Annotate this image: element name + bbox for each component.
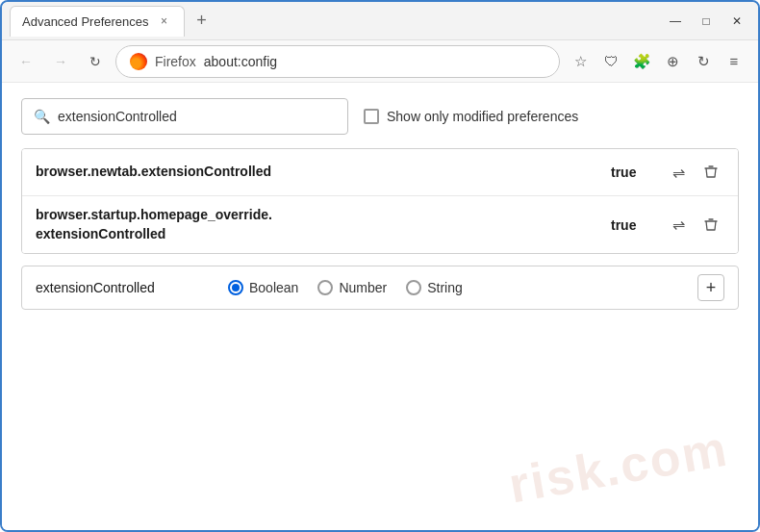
tab-title: Advanced Preferences [22,14,149,29]
string-radio[interactable] [406,280,421,295]
add-preference-button[interactable]: + [697,274,724,301]
modified-only-label: Show only modified preferences [387,109,578,124]
string-label: String [427,280,463,295]
sync-icon[interactable]: ↻ [689,47,718,76]
new-tab-button[interactable]: + [189,8,215,35]
firefox-logo-icon [130,53,147,70]
search-row: 🔍 Show only modified preferences [21,98,739,135]
boolean-radio-label[interactable]: Boolean [228,280,298,295]
maximize-button[interactable]: □ [693,8,720,35]
menu-icon[interactable]: ≡ [720,47,748,76]
extension-icon[interactable]: 🧩 [627,47,656,76]
minimize-button[interactable]: — [662,8,689,35]
browser-name: Firefox [155,54,196,69]
modified-only-checkbox[interactable] [364,109,379,124]
pref-name-2: browser.startup.homepage_override. exten… [36,206,611,243]
browser-tab[interactable]: Advanced Preferences × [10,6,185,37]
search-icon: 🔍 [34,109,50,124]
swap-button-1[interactable]: ⇌ [665,159,692,186]
boolean-label: Boolean [249,280,298,295]
number-label: Number [339,280,387,295]
type-radio-group: Boolean Number String [228,280,463,295]
new-pref-name: extensionControlled [36,280,209,295]
nav-icons: ☆ 🛡 🧩 ⊕ ↻ ≡ [566,47,748,76]
window-controls: — □ ✕ [662,8,750,35]
navbar: ← → ↻ Firefox about:config ☆ 🛡 🧩 ⊕ ↻ ≡ [2,40,758,83]
page-content: 🔍 Show only modified preferences browser… [2,83,758,532]
pref-value-2: true [611,217,649,233]
download-icon[interactable]: ⊕ [658,47,687,76]
address-text: about:config [204,54,277,69]
close-tab-button[interactable]: × [157,13,172,29]
back-button[interactable]: ← [12,47,40,76]
table-row: browser.startup.homepage_override. exten… [22,196,738,253]
pref-name-1: browser.newtab.extensionControlled [36,163,611,182]
bookmark-icon[interactable]: ☆ [566,47,595,76]
watermark: risk.com [505,418,733,514]
pref-actions-1: ⇌ [665,159,724,186]
search-box[interactable]: 🔍 [21,98,348,135]
preferences-table: browser.newtab.extensionControlled true … [21,148,739,254]
shield-icon[interactable]: 🛡 [596,47,625,76]
close-window-button[interactable]: ✕ [723,8,750,35]
search-input[interactable] [58,109,336,124]
delete-button-1[interactable] [697,159,724,186]
swap-button-2[interactable]: ⇌ [665,212,692,239]
modified-only-checkbox-label[interactable]: Show only modified preferences [364,109,578,124]
refresh-button[interactable]: ↻ [81,47,110,76]
forward-button[interactable]: → [46,47,75,76]
titlebar: Advanced Preferences × + — □ ✕ [2,2,758,40]
table-row: browser.newtab.extensionControlled true … [22,149,738,196]
string-radio-label[interactable]: String [406,280,463,295]
pref-actions-2: ⇌ [665,212,724,239]
pref-value-1: true [611,165,649,180]
number-radio-label[interactable]: Number [317,280,387,295]
add-preference-row: extensionControlled Boolean Number Strin… [21,266,739,310]
boolean-radio[interactable] [228,280,243,295]
boolean-radio-fill [232,284,240,291]
delete-button-2[interactable] [697,212,724,239]
number-radio[interactable] [317,280,333,295]
address-bar[interactable]: Firefox about:config [115,45,560,78]
